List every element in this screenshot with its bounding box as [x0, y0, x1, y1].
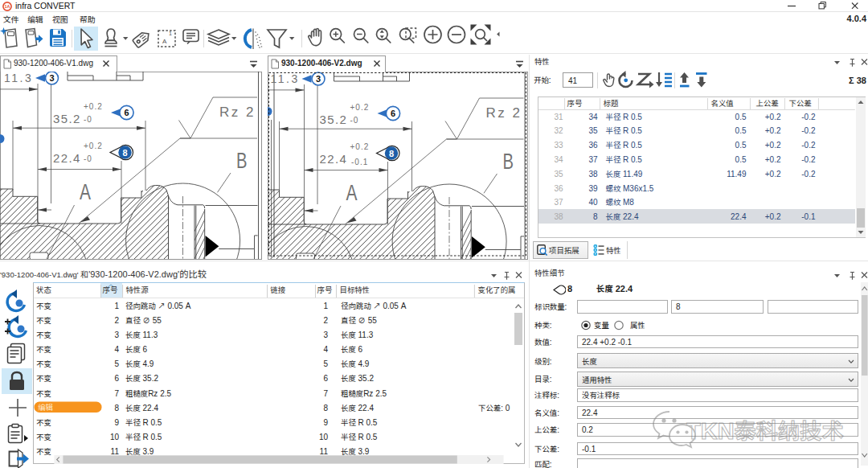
svg-text:-0.1: -0.1	[351, 158, 368, 166]
svg-text:编辑: 编辑	[38, 403, 53, 412]
svg-text:A: A	[162, 38, 167, 45]
svg-text:1A: 1A	[4, 4, 10, 9]
svg-text:TKN泰科纳技术: TKN泰科纳技术	[686, 418, 844, 444]
svg-text:-0: -0	[84, 154, 92, 163]
svg-text:1: 1	[169, 31, 172, 36]
